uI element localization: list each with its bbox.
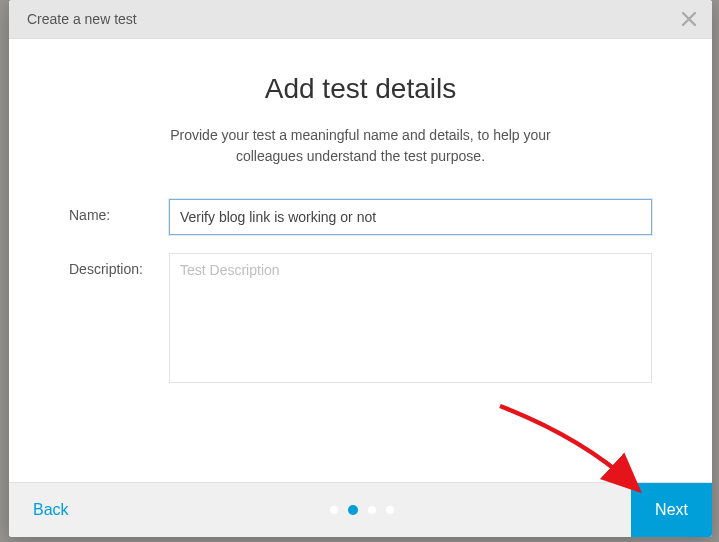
create-test-modal: Create a new test Add test details Provi… (9, 0, 712, 537)
close-button[interactable] (682, 12, 696, 26)
close-icon (682, 12, 696, 26)
modal-footer: Back Next (9, 482, 712, 537)
page-subtext: Provide your test a meaningful name and … (141, 125, 581, 167)
form-row-description: Description: (69, 253, 652, 387)
description-input[interactable] (169, 253, 652, 383)
step-dot-2 (348, 505, 358, 515)
description-label: Description: (69, 253, 169, 277)
step-dot-1 (330, 506, 338, 514)
form-row-name: Name: (69, 199, 652, 235)
modal-body: Add test details Provide your test a mea… (9, 39, 712, 482)
modal-header: Create a new test (9, 0, 712, 39)
modal-title: Create a new test (27, 11, 137, 27)
next-button[interactable]: Next (631, 483, 712, 537)
name-input[interactable] (169, 199, 652, 235)
step-dot-3 (368, 506, 376, 514)
step-indicator (330, 483, 394, 537)
name-label: Name: (69, 199, 169, 223)
page-title: Add test details (69, 73, 652, 105)
back-button[interactable]: Back (9, 483, 93, 537)
step-dot-4 (386, 506, 394, 514)
